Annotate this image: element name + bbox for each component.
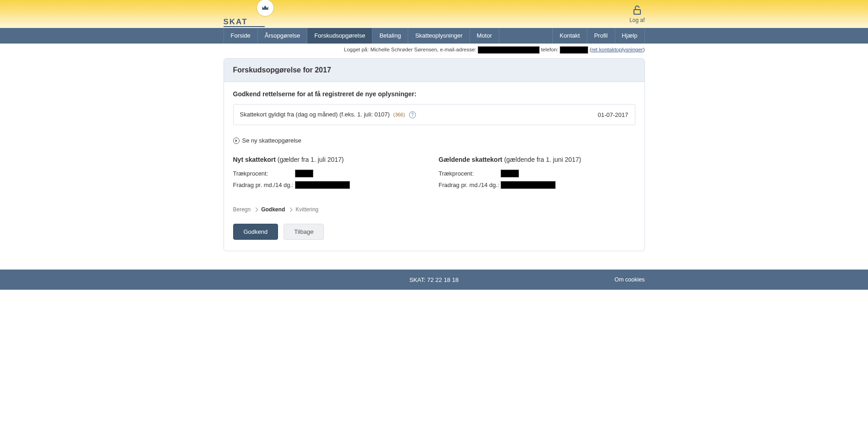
step-kvittering: Kvittering	[295, 206, 318, 213]
login-user: Michelle Schrøder Sørensen	[370, 47, 437, 52]
edit-contact-link[interactable]: ret kontaktoplysninger	[591, 47, 643, 52]
chevron-right-icon	[254, 207, 258, 212]
step-beregn: Beregn	[233, 206, 251, 213]
svg-rect-0	[634, 10, 640, 14]
current-card-subtitle: (gældende fra 1. juni 2017)	[502, 156, 581, 163]
nav-skatteoplysninger[interactable]: Skatteoplysninger	[408, 28, 469, 44]
step-godkend: Godkend	[261, 206, 285, 213]
see-new-assessment-link[interactable]: Se ny skatteopgørelse	[233, 137, 635, 144]
logoff-button[interactable]: Log af	[629, 5, 644, 23]
chevron-right-icon	[288, 207, 293, 212]
play-circle-icon	[233, 138, 240, 144]
valid-from-value: 01-07-2017	[598, 111, 628, 118]
nav-motor[interactable]: Motor	[470, 28, 499, 44]
nav-arsopgorelse[interactable]: Årsopgørelse	[258, 28, 307, 44]
nav-forside[interactable]: Forside	[224, 28, 258, 44]
new-card-title: Nyt skattekort	[233, 156, 276, 163]
field-code: (366)	[393, 112, 405, 117]
wizard-steps: Beregn Godkend Kvittering	[233, 206, 635, 213]
help-icon[interactable]: ?	[409, 111, 416, 118]
brand-name: SKAT	[224, 17, 248, 27]
redacted-current-deduct	[501, 181, 556, 189]
current-deduct-label: Fradrag pr. md./14 dg.:	[439, 182, 501, 188]
new-card-subtitle: (gælder fra 1. juli 2017)	[276, 156, 344, 163]
page-title: Forskudsopgørelse for 2017	[224, 59, 644, 82]
current-percent-label: Trækprocent:	[439, 170, 501, 177]
footer-phone: SKAT: 72 22 18 18	[409, 276, 459, 283]
current-tax-card-column: Gældende skattekort (gældende fra 1. jun…	[439, 156, 635, 193]
redacted-new-percent	[295, 170, 313, 177]
new-percent-label: Trækprocent:	[233, 170, 295, 177]
expand-label: Se ny skatteopgørelse	[242, 137, 301, 144]
approve-button[interactable]: Godkend	[233, 224, 278, 240]
nav-profil[interactable]: Profil	[587, 28, 615, 44]
nav-forskudsopgorelse[interactable]: Forskudsopgørelse	[307, 28, 372, 44]
login-email-label: , e-mail-adresse:	[437, 47, 478, 52]
logoff-label: Log af	[629, 17, 644, 23]
paren-close: )	[643, 47, 645, 52]
tax-card-valid-row: Skattekort gyldigt fra (dag og måned) (f…	[233, 104, 635, 125]
login-prefix: Logget på:	[344, 47, 371, 52]
unlock-icon	[632, 5, 643, 16]
redacted-phone	[560, 46, 588, 54]
login-phone-label: telefon:	[540, 47, 560, 52]
login-info: Logget på: Michelle Schrøder Sørensen, e…	[224, 44, 645, 58]
redacted-current-percent	[501, 170, 519, 177]
new-tax-card-column: Nyt skattekort (gælder fra 1. juli 2017)…	[233, 156, 430, 193]
nav-kontakt[interactable]: Kontakt	[552, 28, 587, 44]
crown-icon	[257, 0, 274, 17]
new-deduct-label: Fradrag pr. md./14 dg.:	[233, 182, 295, 188]
approve-heading: Godkend rettelserne for at få registrere…	[233, 90, 635, 98]
back-button[interactable]: Tilbage	[284, 224, 324, 240]
valid-from-label: Skattekort gyldigt fra (dag og måned) (f…	[240, 111, 390, 118]
redacted-new-deduct	[295, 181, 350, 189]
current-card-title: Gældende skattekort	[439, 156, 502, 163]
cookies-link[interactable]: Om cookies	[615, 276, 645, 283]
redacted-email	[478, 46, 540, 54]
nav-betaling[interactable]: Betaling	[372, 28, 408, 44]
nav-hjaelp[interactable]: Hjælp	[615, 28, 645, 44]
brand-underline	[224, 26, 265, 27]
